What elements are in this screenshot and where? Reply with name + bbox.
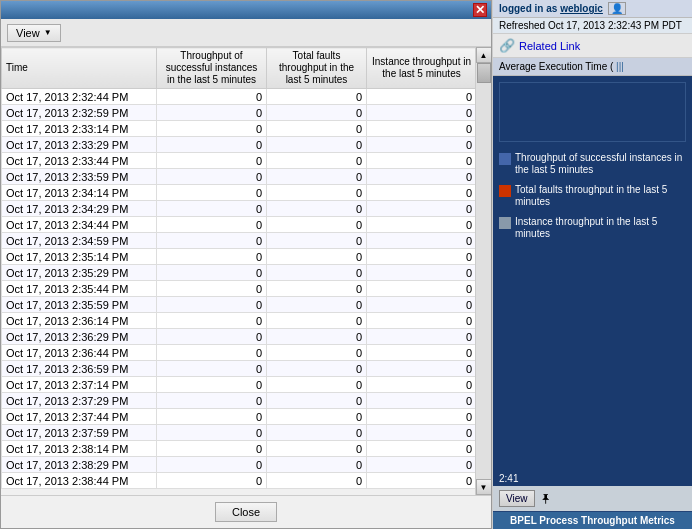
table-row: Oct 17, 2013 2:36:29 PM000 [2, 329, 477, 345]
cell-time: Oct 17, 2013 2:37:59 PM [2, 425, 157, 441]
link-icon: 🔗 [499, 38, 515, 53]
cell-faults: 0 [267, 233, 367, 249]
cell-instance: 0 [367, 217, 477, 233]
chart-area: Throughput of successful instances in th… [493, 76, 692, 471]
cell-time: Oct 17, 2013 2:33:44 PM [2, 153, 157, 169]
cell-faults: 0 [267, 313, 367, 329]
cell-faults: 0 [267, 121, 367, 137]
col-header-faults: Total faults throughput in the last 5 mi… [267, 48, 367, 89]
cell-throughput: 0 [157, 137, 267, 153]
cell-instance: 0 [367, 409, 477, 425]
close-button[interactable]: Close [215, 502, 277, 522]
table-scroll-area[interactable]: Time Throughput of successful instances … [1, 47, 491, 495]
cell-instance: 0 [367, 153, 477, 169]
cell-throughput: 0 [157, 441, 267, 457]
cell-time: Oct 17, 2013 2:36:29 PM [2, 329, 157, 345]
scroll-thumb[interactable] [477, 63, 491, 83]
cell-instance: 0 [367, 441, 477, 457]
toolbar: View ▼ [1, 19, 491, 47]
legend-color-blue [499, 153, 511, 165]
cell-time: Oct 17, 2013 2:34:44 PM [2, 217, 157, 233]
cell-throughput: 0 [157, 201, 267, 217]
cell-instance: 0 [367, 265, 477, 281]
table-row: Oct 17, 2013 2:38:44 PM000 [2, 473, 477, 489]
timestamp-area: 2:41 [493, 471, 692, 486]
scroll-track[interactable] [476, 63, 492, 479]
view-button[interactable]: View ▼ [7, 24, 61, 42]
cell-instance: 0 [367, 169, 477, 185]
refresh-info: Refreshed Oct 17, 2013 2:32:43 PM PDT [493, 18, 692, 34]
cell-throughput: 0 [157, 313, 267, 329]
cell-throughput: 0 [157, 185, 267, 201]
legend-item-throughput: Throughput of successful instances in th… [499, 152, 686, 176]
logged-in-text: logged in as [499, 3, 557, 14]
table-row: Oct 17, 2013 2:34:44 PM000 [2, 217, 477, 233]
chart-placeholder [499, 82, 686, 142]
cell-throughput: 0 [157, 153, 267, 169]
view-btn-row: View 🖈 [493, 486, 692, 511]
cell-instance: 0 [367, 361, 477, 377]
cell-time: Oct 17, 2013 2:33:59 PM [2, 169, 157, 185]
cell-faults: 0 [267, 201, 367, 217]
table-row: Oct 17, 2013 2:35:44 PM000 [2, 281, 477, 297]
table-row: Oct 17, 2013 2:32:59 PM000 [2, 105, 477, 121]
cell-time: Oct 17, 2013 2:36:59 PM [2, 361, 157, 377]
cell-instance: 0 [367, 473, 477, 489]
avg-exec-bars: ||| [616, 61, 624, 72]
close-x-button[interactable]: ✕ [473, 3, 487, 17]
table-row: Oct 17, 2013 2:33:29 PM000 [2, 137, 477, 153]
scroll-up-arrow[interactable]: ▲ [476, 47, 492, 63]
cell-faults: 0 [267, 89, 367, 105]
table-row: Oct 17, 2013 2:38:14 PM000 [2, 441, 477, 457]
cell-instance: 0 [367, 377, 477, 393]
cell-time: Oct 17, 2013 2:38:44 PM [2, 473, 157, 489]
cell-faults: 0 [267, 361, 367, 377]
table-row: Oct 17, 2013 2:36:14 PM000 [2, 313, 477, 329]
data-table: Time Throughput of successful instances … [1, 47, 477, 489]
cell-throughput: 0 [157, 233, 267, 249]
cell-throughput: 0 [157, 105, 267, 121]
cell-faults: 0 [267, 409, 367, 425]
username-link[interactable]: weblogic [560, 3, 603, 14]
bottom-title: BPEL Process Throughput Metrics [493, 511, 692, 529]
table-row: Oct 17, 2013 2:37:44 PM000 [2, 409, 477, 425]
cell-time: Oct 17, 2013 2:33:29 PM [2, 137, 157, 153]
cell-instance: 0 [367, 297, 477, 313]
related-link[interactable]: Related Link [519, 40, 580, 52]
cell-faults: 0 [267, 329, 367, 345]
user-icon-box: 👤 [608, 2, 626, 15]
col-header-throughput: Throughput of successful instances in th… [157, 48, 267, 89]
vertical-scrollbar[interactable]: ▲ ▼ [475, 47, 491, 495]
cell-throughput: 0 [157, 377, 267, 393]
view-chart-button[interactable]: View [499, 490, 535, 507]
table-row: Oct 17, 2013 2:33:14 PM000 [2, 121, 477, 137]
table-row: Oct 17, 2013 2:33:44 PM000 [2, 153, 477, 169]
cell-time: Oct 17, 2013 2:33:14 PM [2, 121, 157, 137]
cell-faults: 0 [267, 425, 367, 441]
cell-throughput: 0 [157, 425, 267, 441]
cell-instance: 0 [367, 281, 477, 297]
cell-throughput: 0 [157, 329, 267, 345]
legend-color-gray [499, 217, 511, 229]
cell-instance: 0 [367, 137, 477, 153]
table-row: Oct 17, 2013 2:37:59 PM000 [2, 425, 477, 441]
cell-time: Oct 17, 2013 2:37:44 PM [2, 409, 157, 425]
cell-time: Oct 17, 2013 2:35:59 PM [2, 297, 157, 313]
cell-instance: 0 [367, 329, 477, 345]
cell-faults: 0 [267, 217, 367, 233]
legend-text-throughput: Throughput of successful instances in th… [515, 152, 686, 176]
related-link-row: 🔗 Related Link [493, 34, 692, 58]
view-label: View [16, 27, 40, 39]
cell-time: Oct 17, 2013 2:38:14 PM [2, 441, 157, 457]
cell-throughput: 0 [157, 361, 267, 377]
cell-instance: 0 [367, 185, 477, 201]
cell-time: Oct 17, 2013 2:32:44 PM [2, 89, 157, 105]
table-container: Time Throughput of successful instances … [1, 47, 491, 495]
cell-faults: 0 [267, 393, 367, 409]
cell-time: Oct 17, 2013 2:38:29 PM [2, 457, 157, 473]
cursor-icon: 🖈 [539, 491, 553, 507]
scroll-down-arrow[interactable]: ▼ [476, 479, 492, 495]
cell-faults: 0 [267, 281, 367, 297]
cell-time: Oct 17, 2013 2:34:29 PM [2, 201, 157, 217]
cell-throughput: 0 [157, 473, 267, 489]
